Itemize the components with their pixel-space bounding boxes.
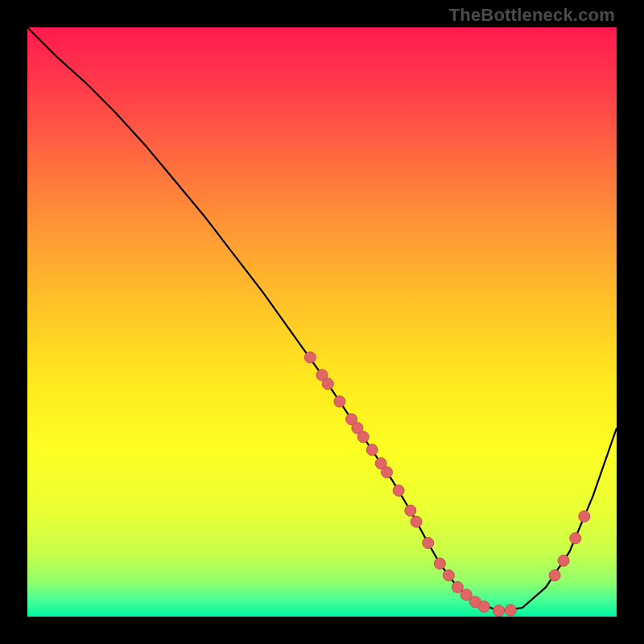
- data-marker: [434, 558, 445, 569]
- data-marker: [558, 555, 569, 566]
- data-marker: [505, 605, 516, 616]
- bottleneck-curve: [27, 27, 617, 611]
- data-marker: [443, 570, 454, 581]
- data-marker: [549, 570, 560, 581]
- data-marker: [357, 431, 369, 443]
- data-marker: [322, 378, 333, 390]
- data-marker: [579, 511, 590, 522]
- data-marker: [493, 605, 505, 617]
- bottleneck-chart: [27, 27, 617, 617]
- data-marker: [411, 516, 422, 527]
- data-marker: [423, 538, 434, 549]
- data-marker: [405, 505, 416, 516]
- data-marker: [366, 444, 378, 456]
- data-marker: [382, 467, 393, 478]
- data-marker: [452, 581, 463, 592]
- data-marker: [304, 352, 316, 363]
- chart-frame: [27, 27, 617, 617]
- data-marker: [393, 485, 404, 496]
- data-markers: [304, 352, 589, 617]
- data-marker: [334, 396, 345, 407]
- attribution-label: TheBottleneck.com: [449, 5, 615, 26]
- data-marker: [570, 533, 581, 544]
- data-marker: [478, 601, 489, 613]
